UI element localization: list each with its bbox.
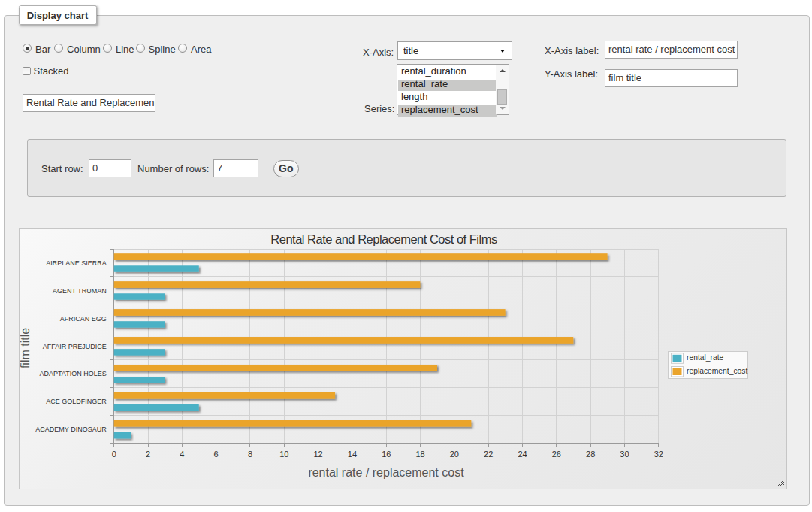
svg-text:6: 6 [214, 450, 219, 459]
svg-text:replacement_cost: replacement_cost [687, 367, 747, 375]
svg-text:8: 8 [248, 450, 252, 459]
svg-text:30: 30 [620, 450, 629, 459]
svg-text:4: 4 [180, 450, 184, 459]
svg-text:AFRICAN EGG: AFRICAN EGG [60, 315, 107, 323]
svg-text:ACADEMY DINOSAUR: ACADEMY DINOSAUR [35, 426, 107, 433]
svg-text:film title: film title [20, 328, 32, 368]
svg-text:24: 24 [518, 450, 527, 459]
svg-text:28: 28 [586, 450, 595, 459]
svg-text:22: 22 [484, 450, 493, 459]
svg-text:14: 14 [348, 450, 357, 459]
svg-text:ADAPTATION HOLES: ADAPTATION HOLES [40, 370, 107, 377]
svg-text:2: 2 [146, 450, 150, 459]
svg-text:AFFAIR PREJUDICE: AFFAIR PREJUDICE [43, 343, 107, 350]
svg-text:32: 32 [654, 450, 663, 459]
svg-text:AIRPLANE SIERRA: AIRPLANE SIERRA [46, 259, 107, 267]
svg-text:26: 26 [552, 450, 561, 459]
svg-text:20: 20 [450, 450, 459, 459]
svg-text:16: 16 [382, 450, 391, 459]
svg-text:rental_rate: rental_rate [687, 353, 724, 362]
svg-text:10: 10 [279, 450, 288, 459]
svg-text:Rental Rate and Replacement Co: Rental Rate and Replacement Cost of Film… [270, 232, 497, 246]
svg-text:ACE GOLDFINGER: ACE GOLDFINGER [46, 398, 107, 405]
svg-text:18: 18 [415, 450, 424, 459]
svg-text:12: 12 [313, 450, 322, 459]
svg-text:AGENT TRUMAN: AGENT TRUMAN [53, 287, 107, 295]
svg-text:rental rate / replacement cost: rental rate / replacement cost [308, 466, 464, 479]
svg-text:0: 0 [112, 450, 116, 459]
